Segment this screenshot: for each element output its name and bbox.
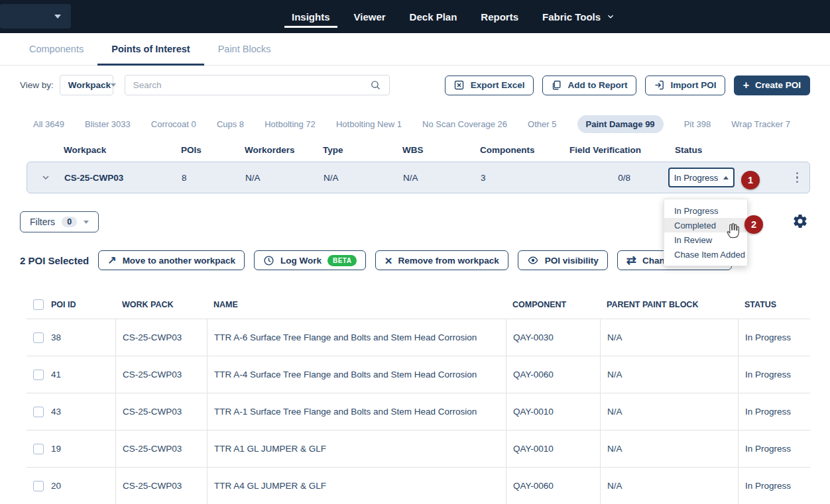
import-poi-button[interactable]: Import POI	[645, 76, 725, 95]
chip-paint-damage[interactable]: Paint Damage 99	[577, 115, 664, 133]
col-workorders: Workorders	[245, 145, 323, 155]
cell-work-pack: CS-25-CWP03	[115, 393, 207, 430]
chevron-down-icon	[54, 15, 61, 19]
chip-all[interactable]: All 3649	[33, 115, 64, 133]
create-poi-button[interactable]: + Create POI	[734, 76, 810, 95]
nav-item-insights[interactable]: Insights	[284, 0, 337, 33]
filters-dropdown-button[interactable]: Filters 0	[20, 211, 99, 232]
settings-button[interactable]	[792, 213, 808, 230]
cell-name: TTR A-4 Surface Tree Flange and Bolts an…	[207, 356, 506, 393]
cell-status: In Progress	[738, 393, 810, 430]
clock-icon	[263, 255, 274, 266]
cell-status: In Progress	[738, 319, 810, 356]
chevron-down-icon	[84, 221, 89, 224]
chip-no-scan-coverage[interactable]: No Scan Coverage 26	[422, 115, 507, 133]
expand-row-button[interactable]	[27, 172, 64, 183]
filters-label: Filters	[30, 217, 55, 227]
cell-component: QAY-0030	[506, 319, 600, 356]
row-checkbox[interactable]	[33, 332, 44, 343]
nav-item-reports[interactable]: Reports	[473, 0, 526, 33]
asset-selector-dropdown[interactable]	[0, 4, 71, 28]
chip-corrocoat[interactable]: Corrocoat 0	[151, 115, 196, 133]
col-wbs: WBS	[402, 145, 480, 155]
remove-from-workpack-button[interactable]: × Remove from workpack	[375, 250, 508, 270]
view-by-value: Workpack	[68, 80, 111, 90]
toolbar-actions: Export Excel Add to Report Import POI + …	[445, 76, 810, 95]
table-row: 43 CS-25-CWP03 TTR A-1 Surface Tree Flan…	[27, 393, 810, 430]
col-status: Status	[668, 145, 748, 155]
row-checkbox[interactable]	[33, 370, 44, 380]
col-status: STATUS	[738, 300, 810, 309]
col-component: COMPONENT	[506, 300, 600, 309]
button-label: Remove from workpack	[398, 256, 499, 266]
button-label: Create POI	[755, 80, 801, 90]
import-icon	[654, 79, 665, 91]
workpack-workorders: N/A	[245, 173, 324, 183]
toolbar: View by: Workpack Export Excel	[20, 75, 810, 95]
chip-other[interactable]: Other 5	[528, 115, 556, 133]
menu-item-chase-item-added[interactable]: Chase Item Added	[664, 247, 747, 262]
row-actions-menu-button[interactable]	[794, 170, 801, 186]
cell-component: QAY-0060	[506, 356, 600, 393]
search-input[interactable]	[133, 80, 370, 90]
chip-wrap-tracker[interactable]: Wrap Tracker 7	[731, 115, 790, 133]
tab-paint-blocks[interactable]: Paint Blocks	[204, 33, 285, 65]
row-checkbox[interactable]	[33, 444, 44, 454]
col-pois: POIs	[181, 145, 245, 155]
selection-summary: 2 POI Selected	[20, 255, 89, 266]
eye-icon	[527, 254, 539, 266]
chevron-down-icon	[111, 83, 116, 87]
table-row: 41 CS-25-CWP03 TTR A-4 Surface Tree Flan…	[27, 356, 810, 393]
col-work-pack: WORK PACK	[115, 300, 207, 309]
cell-parent-paint-block: N/A	[600, 356, 738, 393]
button-label: Log Work	[280, 256, 322, 266]
chip-pit[interactable]: Pit 398	[684, 115, 711, 133]
table-row: 19 CS-25-CWP03 TTR A1 GL JUMPER & GLF QA…	[27, 430, 810, 468]
beta-badge: BETA	[327, 255, 357, 266]
button-label: Export Excel	[471, 80, 525, 90]
button-label: Add to Report	[568, 80, 628, 90]
chip-hotbolting-new[interactable]: Hotbolting New 1	[336, 115, 402, 133]
cell-name: TTR A4 GL JUMPER & GLF	[207, 468, 506, 504]
cell-name: TTR A-6 Surface Tree Flange and Bolts an…	[207, 319, 506, 356]
annotation-step-2-badge: 2	[744, 215, 763, 234]
cell-parent-paint-block: N/A	[600, 468, 738, 504]
workpack-grid-header: Workpack POIs Workorders Type WBS Compon…	[27, 145, 810, 155]
cell-poi-id: 41	[51, 370, 61, 379]
chip-hotbolting[interactable]: Hotbolting 72	[265, 115, 316, 133]
cell-status: In Progress	[738, 356, 810, 393]
cell-poi-id: 20	[51, 481, 61, 491]
workpack-grid: Workpack POIs Workorders Type WBS Compon…	[27, 145, 810, 193]
nav-item-fabric-tools[interactable]: Fabric Tools	[535, 0, 622, 33]
view-by-select[interactable]: Workpack	[60, 75, 113, 95]
poi-visibility-button[interactable]: POI visibility	[518, 250, 608, 270]
cell-work-pack: CS-25-CWP03	[115, 468, 207, 504]
menu-item-in-progress[interactable]: In Progress	[664, 203, 747, 218]
workpack-status-dropdown[interactable]: In Progress	[668, 168, 735, 187]
cursor-pointer	[723, 221, 742, 240]
workpack-row: CS-25-CWP03 8 N/A N/A N/A 3 0/8 In Progr…	[27, 162, 810, 193]
top-navbar: Insights Viewer Deck Plan Reports Fabric…	[0, 0, 830, 33]
status-value: In Progress	[674, 173, 718, 183]
cell-poi-id: 43	[51, 407, 61, 417]
report-copy-icon	[551, 79, 562, 91]
nav-item-viewer[interactable]: Viewer	[347, 0, 393, 33]
tab-points-of-interest[interactable]: Points of Interest	[97, 33, 204, 65]
select-all-checkbox[interactable]	[33, 299, 44, 310]
row-checkbox[interactable]	[33, 407, 44, 417]
log-work-button[interactable]: Log Work BETA	[254, 250, 366, 270]
tab-components[interactable]: Components	[15, 33, 97, 65]
cell-work-pack: CS-25-CWP03	[115, 356, 207, 393]
add-to-report-button[interactable]: Add to Report	[542, 76, 636, 95]
swap-arrows-icon: ⇄	[626, 254, 636, 266]
chip-blister[interactable]: Blister 3033	[85, 115, 131, 133]
export-excel-button[interactable]: Export Excel	[445, 76, 534, 95]
plus-icon: +	[743, 79, 749, 91]
chip-cups[interactable]: Cups 8	[217, 115, 244, 133]
col-workpack: Workpack	[64, 145, 181, 155]
move-to-workpack-button[interactable]: ↗ Move to another workpack	[98, 250, 245, 270]
chevron-down-icon	[606, 12, 615, 21]
row-checkbox[interactable]	[33, 481, 44, 491]
nav-item-deck-plan[interactable]: Deck Plan	[402, 0, 465, 33]
col-parent-paint-block: PARENT PAINT BLOCK	[600, 300, 738, 309]
